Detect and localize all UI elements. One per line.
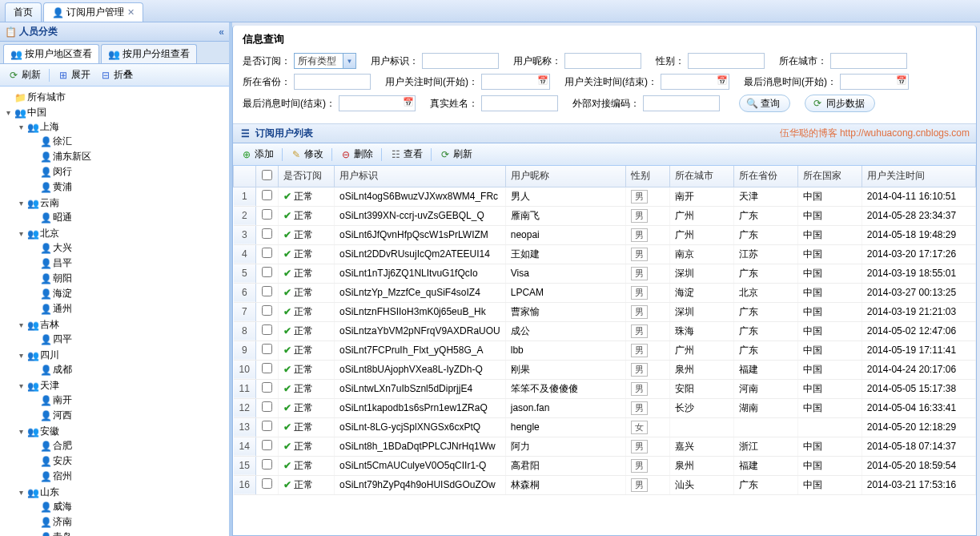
table-row[interactable]: 9✔正常oSiLnt7FCPruIh_Flxt_yQH58G_Albb男广州广东… xyxy=(234,341,976,360)
add-button[interactable]: ⊕添加 xyxy=(238,146,277,163)
uid-input[interactable] xyxy=(422,53,499,69)
tree-node-province[interactable]: ▾👥上海 xyxy=(16,120,226,134)
table-row[interactable]: 5✔正常oSiLnt1nTJj6ZQ1NLItvuG1fQcIoVisa男深圳广… xyxy=(234,264,976,283)
table-row[interactable]: 4✔正常oSiLnt2DDvRUsujIcQm2ATEEUI14王如建男南京江苏… xyxy=(234,244,976,264)
tree-node-city[interactable]: 👤成都 xyxy=(29,363,226,377)
extcode-input[interactable] xyxy=(643,95,720,111)
tree-node-city[interactable]: 👤浦东新区 xyxy=(29,150,226,163)
row-checkbox[interactable] xyxy=(262,209,272,220)
tree-node-province[interactable]: ▾👥四川 xyxy=(16,349,226,362)
calendar-icon[interactable]: 📅 xyxy=(537,75,548,86)
search-button[interactable]: 🔍查询 xyxy=(739,95,790,112)
tree-node-city[interactable]: 👤济南 xyxy=(29,515,226,529)
table-row[interactable]: 8✔正常oSiLntzaYbVM2pNFrqV9AXDRaUOU成公男珠海广东中… xyxy=(234,321,976,341)
view-button[interactable]: ☷查看 xyxy=(387,146,426,163)
col-country[interactable]: 所在国家 xyxy=(797,166,862,187)
tree-node-city[interactable]: 👤昌平 xyxy=(29,256,226,270)
table-row[interactable]: 1✔正常oSiLnt4ogS6BwuzVJXwx8WM4_FRc男人男南开天津中… xyxy=(234,187,976,206)
tree-node-province[interactable]: ▾👥天津 xyxy=(16,379,226,393)
table-row[interactable]: 10✔正常oSiLnt8bUAjophVXea8L-IyZDh-Q刚果男泉州福建… xyxy=(234,360,976,379)
check-icon: ✔ xyxy=(283,364,291,375)
tree-node-city[interactable]: 👤海淀 xyxy=(29,287,226,300)
table-row[interactable]: 14✔正常oSiLnt8h_1BDaDqtPPLCJNrHq1Ww阿力男嘉兴浙江… xyxy=(234,437,976,456)
tree-node-province[interactable]: ▾👥北京 xyxy=(16,227,226,240)
gender-input[interactable] xyxy=(688,53,765,69)
tree-node-city[interactable]: 👤威海 xyxy=(29,500,226,514)
tree-node-city[interactable]: 👤四平 xyxy=(29,332,226,346)
tree-node-province[interactable]: ▾👥云南 xyxy=(16,196,226,210)
tab-subscribers[interactable]: 👤 订阅用户管理 ✕ xyxy=(43,2,143,22)
tree-node-city[interactable]: 👤河西 xyxy=(29,409,226,422)
col-gender[interactable]: 性别 xyxy=(625,166,669,187)
row-checkbox[interactable] xyxy=(262,228,272,239)
row-checkbox[interactable] xyxy=(262,459,272,470)
city-input[interactable] xyxy=(830,53,907,69)
tree-node-city[interactable]: 👤合肥 xyxy=(29,439,226,453)
row-checkbox[interactable] xyxy=(262,401,272,412)
subtab-group[interactable]: 👥 按用户分组查看 xyxy=(101,44,197,63)
expand-button[interactable]: ⊞展开 xyxy=(54,66,94,83)
table-row[interactable]: 13✔正常oSiLnt-8LG-ycjSplXNGSx6cxPtQhengle女… xyxy=(234,417,976,437)
row-checkbox[interactable] xyxy=(262,286,272,296)
delete-button[interactable]: ⊖删除 xyxy=(337,146,376,163)
table-row[interactable]: 12✔正常oSiLnt1kapodb1s6sPrn1ew1ZRaQjason.f… xyxy=(234,398,976,417)
tree-node-city[interactable]: 👤黄浦 xyxy=(29,180,226,194)
table-row[interactable]: 16✔正常oSiLnt79hZyPq4h9oHUISdGOuZOw林森桐男汕头广… xyxy=(234,475,976,494)
row-checkbox[interactable] xyxy=(262,305,272,316)
subscribed-combo[interactable]: 所有类型▼ xyxy=(294,53,356,69)
row-checkbox[interactable] xyxy=(262,421,272,431)
tree-node-city[interactable]: 👤安庆 xyxy=(29,454,226,468)
tree-node-city[interactable]: 👤徐汇 xyxy=(29,135,226,148)
tree-node-city[interactable]: 👤通州 xyxy=(29,302,226,316)
sync-button[interactable]: ⟳同步数据 xyxy=(805,95,875,112)
tree-node-china[interactable]: ▾👥中国 xyxy=(3,106,226,119)
row-checkbox[interactable] xyxy=(262,324,272,335)
row-checkbox[interactable] xyxy=(262,382,272,393)
refresh-grid-button[interactable]: ⟳刷新 xyxy=(436,146,476,163)
tree-node-city[interactable]: 👤青岛 xyxy=(29,530,226,536)
subtab-region[interactable]: 👥 按用户地区查看 xyxy=(3,44,99,63)
row-checkbox[interactable] xyxy=(262,478,272,489)
row-checkbox[interactable] xyxy=(262,440,272,450)
tree-node-province[interactable]: ▾👥山东 xyxy=(16,486,226,499)
row-checkbox[interactable] xyxy=(262,190,272,200)
tree-node-city[interactable]: 👤闵行 xyxy=(29,165,226,179)
col-sub[interactable]: 是否订阅 xyxy=(279,166,335,187)
table-row[interactable]: 11✔正常oSiLntwLXn7uIbSznl5dDiprjjE4笨笨不及傻傻傻… xyxy=(234,379,976,398)
tree-node-city[interactable]: 👤宿州 xyxy=(29,470,226,483)
table-row[interactable]: 15✔正常oSiLnt5CmAUCulyeV0O5qCIIr1-Q高君阳男泉州福… xyxy=(234,456,976,475)
row-checkbox[interactable] xyxy=(262,344,272,354)
col-city[interactable]: 所在城市 xyxy=(669,166,733,187)
nickname-input[interactable] xyxy=(564,53,641,69)
col-uid[interactable]: 用户标识 xyxy=(335,166,506,187)
tree-node-city[interactable]: 👤大兴 xyxy=(29,241,226,255)
tree-node-city[interactable]: 👤昭通 xyxy=(29,211,226,224)
row-checkbox[interactable] xyxy=(262,248,272,258)
refresh-button[interactable]: ⟳刷新 xyxy=(5,66,44,83)
table-row[interactable]: 7✔正常oSiLntznFHSIIoH3mK0j65euB_Hk曹家愉男深圳广东… xyxy=(234,302,976,321)
col-follow[interactable]: 用户关注时间 xyxy=(862,166,975,187)
table-row[interactable]: 6✔正常oSiLntzYp_MzzfCe_quSiF4soIZ4LPCAM男海淀… xyxy=(234,283,976,302)
collapse-button[interactable]: ⊟折叠 xyxy=(97,66,136,83)
table-row[interactable]: 2✔正常oSiLnt399XN-ccrj-uvZsGEBQL_Q雁南飞男广州广东… xyxy=(234,206,976,225)
close-icon[interactable]: ✕ xyxy=(127,7,135,18)
calendar-icon[interactable]: 📅 xyxy=(896,75,907,86)
tree-node-province[interactable]: ▾👥吉林 xyxy=(16,318,226,332)
realname-input[interactable] xyxy=(481,95,558,111)
select-all[interactable] xyxy=(256,166,279,187)
tree-node-city[interactable]: 👤朝阳 xyxy=(29,272,226,285)
tab-home[interactable]: 首页 xyxy=(5,2,42,22)
calendar-icon[interactable]: 📅 xyxy=(717,75,728,86)
edit-button[interactable]: ✎修改 xyxy=(287,146,327,163)
row-checkbox[interactable] xyxy=(262,363,272,373)
row-checkbox[interactable] xyxy=(262,267,272,277)
col-nick[interactable]: 用户昵称 xyxy=(505,166,625,187)
table-row[interactable]: 3✔正常oSiLnt6JfQvnHfpQscW1sPrLWIZMneopai男广… xyxy=(234,225,976,244)
collapse-icon[interactable]: « xyxy=(219,26,224,38)
tree-node-city[interactable]: 👤南开 xyxy=(29,393,226,407)
tree-node-province[interactable]: ▾👥安徽 xyxy=(16,425,226,438)
tree-node-all[interactable]: 📁所有城市 xyxy=(3,91,226,104)
province-input[interactable] xyxy=(294,74,371,90)
col-province[interactable]: 所在省份 xyxy=(733,166,797,187)
calendar-icon[interactable]: 📅 xyxy=(403,97,414,107)
